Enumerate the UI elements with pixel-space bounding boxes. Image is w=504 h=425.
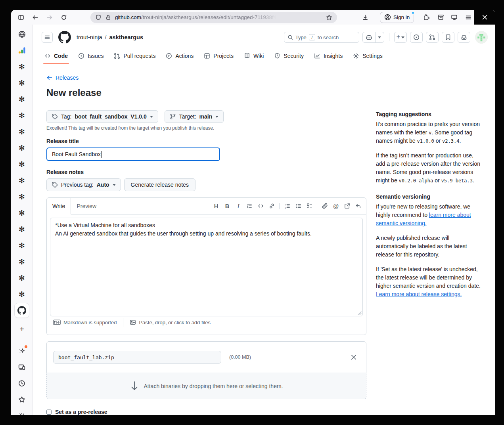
repositories-button[interactable] [442,32,454,43]
ai-chatbot-button[interactable] [15,344,29,358]
sign-in-button[interactable]: Sign in [380,12,414,23]
avatar[interactable] [475,31,488,44]
markdown-supported-link[interactable]: Markdown is supported [53,320,117,325]
write-tab[interactable]: Write [47,198,71,214]
back-button[interactable] [29,11,41,23]
extensions-button[interactable] [420,11,432,23]
create-new-button[interactable]: + [394,32,407,43]
tab-chatgpt[interactable]: ✻ [15,190,29,204]
git-branch-icon [170,113,176,120]
tab-chatgpt[interactable]: ✻ [15,206,29,220]
task-list-button[interactable] [304,201,315,212]
release-notes-textarea[interactable]: *Use a Virtual Machine for all sandboxes… [50,218,363,316]
library-button[interactable] [435,11,447,23]
tab-chatgpt[interactable]: ✻ [15,141,29,155]
tab-chatgpt[interactable]: ✻ [15,255,29,269]
tab-issues[interactable]: Issues [73,48,109,64]
chatgpt-icon: ✻ [19,226,25,233]
downloads-button[interactable] [359,11,371,23]
tab-projects[interactable]: Projects [199,48,239,64]
attachment-filename-input[interactable] [53,351,221,364]
tab-insights[interactable]: Insights [309,48,348,64]
search-input[interactable]: Type / to search [284,32,359,43]
saved-replies-button[interactable] [353,201,364,212]
tracking-shield-icon[interactable] [95,14,102,21]
tab-github-active[interactable] [15,303,29,318]
heading-button[interactable]: H [211,201,222,212]
tab-chatgpt[interactable]: ✻ [15,124,29,139]
issues-button[interactable] [410,32,423,43]
tab-security[interactable]: Security [269,48,309,64]
chatgpt-icon: ✻ [19,193,25,201]
tab-chatgpt[interactable]: ✻ [15,238,29,253]
tab-code[interactable]: Code [39,48,73,64]
attach-file-button[interactable] [319,201,330,212]
chatgpt-icon: ✻ [19,63,25,71]
bookmarks-button[interactable] [15,392,29,407]
choose-tag-dropdown[interactable]: Tag: boot_fault_sandbox_V1.0.0 [46,110,158,123]
bookmark-star-icon[interactable] [326,14,332,21]
prerelease-checkbox[interactable] [46,410,52,415]
release-settings-link[interactable]: Learn more about release settings. [376,291,462,297]
new-tab-button[interactable]: + [15,322,29,336]
mention-button[interactable]: @ [330,201,341,212]
paste-drop-files-button[interactable]: Paste, drop, or click to add files [130,319,211,325]
tab-actions[interactable]: Actions [161,48,199,64]
italic-button[interactable]: I [233,201,244,212]
inbox-button[interactable] [458,32,470,43]
bold-button[interactable]: B [222,201,233,212]
url-bar[interactable]: github.com/trout-ninja/asktheargus/relea… [90,12,337,23]
tab-chatgpt[interactable]: ✻ [15,59,29,74]
code-button[interactable] [255,201,266,212]
cross-reference-button[interactable] [341,201,353,212]
bullet-list-button[interactable] [293,201,304,212]
forward-button[interactable] [44,11,56,23]
tab-analytics[interactable] [15,43,29,57]
window-close-button[interactable] [474,10,495,25]
quote-button[interactable] [244,201,255,212]
breadcrumb-repo[interactable]: asktheargus [109,34,143,40]
search-placeholder-post: to search [318,34,339,40]
tab-pull-requests[interactable]: Pull requests [109,48,161,64]
tab-globe[interactable] [15,27,29,41]
tab-chatgpt[interactable]: ✻ [15,92,29,106]
tab-chatgpt[interactable]: ✻ [15,108,29,123]
copilot-button[interactable] [362,32,384,43]
sidebar-settings-button[interactable] [15,409,29,415]
release-title-input[interactable]: Boot Fault Sandbox [46,147,220,161]
resize-handle[interactable] [358,311,362,315]
firefox-view-button[interactable] [448,11,460,23]
previous-tag-dropdown[interactable]: Previous tag: Auto [46,178,121,191]
github-logo[interactable] [58,31,71,44]
paperclip-icon [322,203,328,209]
latest-release-paragraph: A newly published release will automatic… [376,234,482,259]
numbered-list-button[interactable]: 12 [282,201,293,212]
lock-icon[interactable] [105,14,111,21]
tab-chatgpt[interactable]: ✻ [15,173,29,188]
breadcrumb-owner[interactable]: trout-ninja [77,34,102,40]
synced-tabs-button[interactable] [15,360,29,374]
tab-chatgpt[interactable]: ✻ [15,157,29,171]
reload-button[interactable] [58,11,70,23]
tab-chatgpt[interactable]: ✻ [15,222,29,236]
chatgpt-icon: ✻ [19,258,25,266]
generate-release-notes-button[interactable]: Generate release notes [124,178,195,191]
tab-chatgpt[interactable]: ✻ [15,287,29,301]
copilot-dropdown[interactable] [376,32,384,42]
remove-attachment-button[interactable] [351,354,356,360]
binaries-dropzone[interactable]: Attach binaries by dropping them here or… [46,373,366,399]
tab-settings[interactable]: Settings [348,48,388,64]
table-icon [204,53,210,59]
releases-back-link[interactable]: Releases [46,75,79,81]
tab-wiki[interactable]: Wiki [239,48,269,64]
choose-target-dropdown[interactable]: Target: main [165,110,224,123]
preview-tab[interactable]: Preview [71,198,102,214]
tab-chatgpt[interactable]: ✻ [15,76,29,90]
link-button[interactable] [266,201,277,212]
tab-chatgpt[interactable]: ✻ [15,271,29,285]
global-nav-menu-button[interactable] [42,32,53,43]
history-button[interactable] [15,376,29,391]
pull-requests-button[interactable] [426,32,439,43]
app-menu-button[interactable] [462,11,474,23]
sidebar-toggle-button[interactable] [15,11,27,23]
